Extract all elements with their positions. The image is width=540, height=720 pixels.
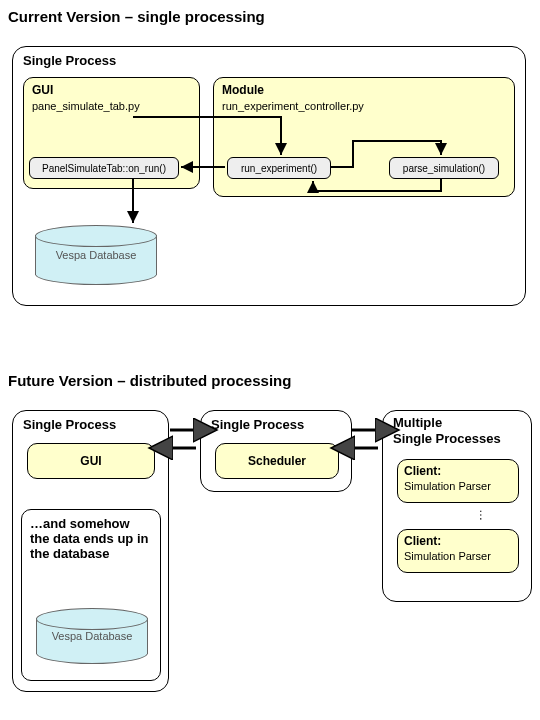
panel-future-middle: Single Process Scheduler (200, 410, 352, 492)
panel-title-right-l1: Multiple (393, 415, 442, 430)
box-future-note: …and somehow the data ends up in the dat… (21, 509, 161, 681)
box-client-2: Client: Simulation Parser (397, 529, 519, 573)
module-title: Module (222, 83, 264, 97)
method-run-experiment: run_experiment() (227, 157, 331, 179)
client2-label: Client: (404, 534, 441, 548)
gui-title: GUI (32, 83, 53, 97)
gui-file: pane_simulate_tab.py (32, 100, 140, 112)
heading-current: Current Version – single processing (8, 8, 265, 25)
client1-label: Client: (404, 464, 441, 478)
scheduler-label: Scheduler (248, 454, 306, 468)
future-note: …and somehow the data ends up in the dat… (30, 516, 152, 561)
box-future-gui: GUI (27, 443, 155, 479)
panel-title: Single Process (23, 53, 116, 68)
db-future-label: Vespa Database (52, 630, 133, 642)
future-gui-label: GUI (80, 454, 101, 468)
heading-future: Future Version – distributed processing (8, 372, 291, 389)
box-scheduler: Scheduler (215, 443, 339, 479)
panel-single-process-current: Single Process GUI pane_simulate_tab.py … (12, 46, 526, 306)
panel-future-left: Single Process GUI …and somehow the data… (12, 410, 169, 692)
panel-title-middle: Single Process (211, 417, 304, 432)
panel-title-left: Single Process (23, 417, 116, 432)
ellipsis-icon: … (477, 509, 491, 523)
box-module: Module run_experiment_controller.py (213, 77, 515, 197)
db-label: Vespa Database (56, 249, 137, 261)
box-client-1: Client: Simulation Parser (397, 459, 519, 503)
panel-title-right-l2: Single Processes (393, 431, 501, 446)
method-parse-simulation: parse_simulation() (389, 157, 499, 179)
panel-future-right: Multiple Single Processes Client: Simula… (382, 410, 532, 602)
panel-title-right: Multiple Single Processes (393, 415, 501, 446)
module-file: run_experiment_controller.py (222, 100, 364, 112)
db-vespa: Vespa Database (35, 225, 155, 285)
client1-role: Simulation Parser (404, 480, 491, 492)
client2-role: Simulation Parser (404, 550, 491, 562)
method-on-run: PanelSimulateTab::on_run() (29, 157, 179, 179)
db-future: Vespa Database (36, 608, 146, 664)
